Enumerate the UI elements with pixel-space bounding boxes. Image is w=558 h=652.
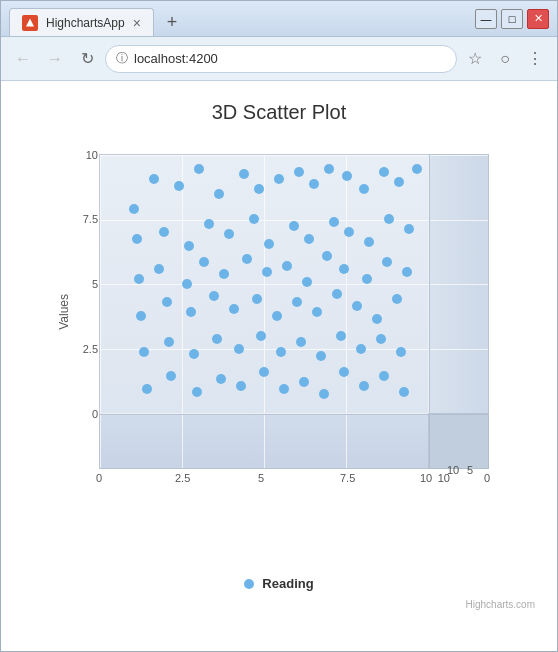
tick-x-7_5: 7.5	[340, 472, 355, 484]
y-axis-label: Values	[57, 294, 71, 330]
tick-x-10: 10	[420, 472, 432, 484]
user-button[interactable]: ○	[491, 45, 519, 73]
back-button[interactable]: ←	[9, 45, 37, 73]
chart-title: 3D Scatter Plot	[212, 101, 347, 124]
tick-depth-5: 5	[467, 464, 473, 476]
tick-depth-10: 10	[447, 464, 459, 476]
info-icon: ⓘ	[116, 50, 128, 67]
browser-window: HighchartsApp × + — □ ✕ ← → ↻ ⓘ localhos…	[0, 0, 558, 652]
address-bar[interactable]: ⓘ localhost:4200	[105, 45, 457, 73]
close-button[interactable]: ✕	[527, 9, 549, 29]
tick-y-5: 5	[72, 278, 98, 290]
bwall-grid-v-0	[100, 415, 101, 468]
bwall-grid-v-3	[346, 415, 347, 468]
legend-dot	[244, 579, 254, 589]
grid-v-2	[264, 155, 265, 413]
bwall-grid-v-2	[264, 415, 265, 468]
chart-container: 3D Scatter Plot Values	[1, 81, 557, 651]
attribution: Highcharts.com	[11, 599, 547, 614]
rwall-grid-h-3	[430, 349, 488, 350]
maximize-button[interactable]: □	[501, 9, 523, 29]
tick-z-0: 0	[484, 472, 490, 484]
tick-y-10: 10	[72, 149, 98, 161]
grid-v-0	[100, 155, 101, 413]
content-area: 3D Scatter Plot Values	[1, 81, 557, 651]
grid-v-3	[346, 155, 347, 413]
rwall-grid-h-2	[430, 284, 488, 285]
rwall-grid-h-1	[430, 220, 488, 221]
tick-y-2_5: 2.5	[72, 343, 98, 355]
chart-legend: Reading	[244, 576, 313, 591]
nav-actions: ☆ ○ ⋮	[461, 45, 549, 73]
address-text: localhost:4200	[134, 51, 446, 66]
bookmark-button[interactable]: ☆	[461, 45, 489, 73]
tick-x-2_5: 2.5	[175, 472, 190, 484]
back-wall: 10 7.5 5 2.5 0	[99, 154, 429, 414]
rwall-grid-h-0	[430, 155, 488, 156]
menu-button[interactable]: ⋮	[521, 45, 549, 73]
tab-title: HighchartsApp	[46, 16, 125, 30]
window-controls: — □ ✕	[475, 9, 549, 29]
chart-area: Values	[49, 134, 509, 534]
legend-label: Reading	[262, 576, 313, 591]
tab-close-button[interactable]: ×	[133, 16, 141, 30]
forward-button[interactable]: →	[41, 45, 69, 73]
minimize-button[interactable]: —	[475, 9, 497, 29]
tab-favicon	[22, 15, 38, 31]
right-wall	[429, 154, 489, 414]
tick-y-0: 0	[72, 408, 98, 420]
bwall-grid-v-1	[182, 415, 183, 468]
chart-inner: 10 7.5 5 2.5 0	[99, 154, 459, 474]
nav-bar: ← → ↻ ⓘ localhost:4200 ☆ ○ ⋮	[1, 37, 557, 81]
tick-x-5: 5	[258, 472, 264, 484]
new-tab-button[interactable]: +	[158, 8, 186, 36]
grid-v-1	[182, 155, 183, 413]
tab-area: HighchartsApp × +	[9, 1, 475, 36]
reload-button[interactable]: ↻	[73, 45, 101, 73]
corner-wall: 0 10	[429, 414, 489, 469]
tick-x-0: 0	[96, 472, 102, 484]
tick-y-7_5: 7.5	[72, 213, 98, 225]
title-bar: HighchartsApp × + — □ ✕	[1, 1, 557, 37]
active-tab[interactable]: HighchartsApp ×	[9, 8, 154, 36]
bottom-wall: 0 2.5 5 7.5 10	[99, 414, 429, 469]
